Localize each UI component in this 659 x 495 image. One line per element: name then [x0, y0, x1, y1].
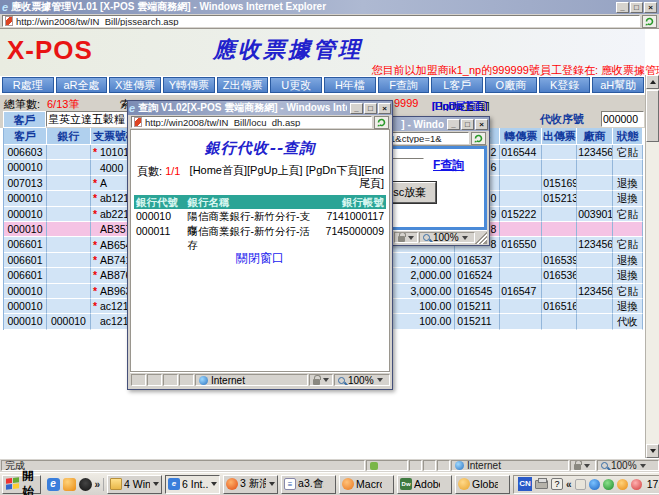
close-window-link[interactable]: 關閉窗口 — [236, 251, 284, 265]
close-button[interactable]: × — [644, 2, 657, 13]
taskbar-app-button[interactable]: Adobe ... — [397, 475, 452, 494]
taskbar-app-button[interactable]: Global... — [455, 475, 510, 494]
tray-app-icon[interactable] — [603, 479, 614, 490]
bank-row[interactable]: 000010 陽信商業銀行-新竹分行-支存 7141000117 — [134, 209, 386, 224]
quicklaunch-more-chevron[interactable]: » — [95, 479, 101, 490]
menu-button[interactable]: O廠商 — [485, 77, 537, 93]
taskbar-clock[interactable]: 17:22 — [645, 478, 659, 490]
popup-status-bar: Internet 100% — [130, 372, 390, 387]
scroll-up-button[interactable] — [646, 75, 659, 89]
popup-url: http://win2008/tw/IN_Bill/locu_dh.asp — [145, 117, 300, 128]
protected-mode-pane[interactable] — [394, 232, 418, 243]
scroll-down-button[interactable] — [646, 444, 659, 458]
popup-title-bar[interactable]: e 查詢 V1.02[X-POS 雲端商務網] - Windows Intern… — [128, 101, 392, 115]
security-zone-pane: Internet — [195, 374, 308, 386]
protected-mode-pane[interactable] — [570, 460, 596, 471]
menu-button[interactable]: H年檔 — [324, 77, 376, 93]
bank-col-code: 銀行代號 — [134, 195, 186, 209]
address-input[interactable]: http://win2008/tw/IN_Bill/pjssearch.asp — [2, 15, 640, 27]
maximize-button[interactable]: □ — [461, 119, 474, 130]
query-popup-window[interactable]: e 查詢 V1.02[X-POS 雲端商務網] - Windows Intern… — [127, 100, 393, 390]
cell-out-ticket — [542, 237, 577, 252]
tray-alert-icon[interactable] — [631, 479, 642, 490]
help-icon[interactable]: ? — [551, 478, 563, 490]
refresh-button[interactable] — [471, 132, 486, 145]
popup-pagination-nav[interactable]: [Home首頁][PgUp上頁] [PgDn下頁][End尾頁] — [180, 164, 384, 190]
chevron-down-icon — [462, 236, 468, 240]
cell-status — [613, 160, 643, 175]
lock-icon — [313, 379, 320, 385]
menu-button[interactable]: U更改 — [270, 77, 322, 93]
cell-out-ticket — [542, 284, 577, 299]
chevron-down-icon — [408, 236, 414, 240]
cell-in-ticket: 016537 — [455, 253, 500, 268]
taskbar-app-button[interactable]: 4 Win... — [107, 475, 162, 494]
browser-title-bar[interactable]: e 應收票據管理V1.01 [X-POS 雲端商務網] - Windows In… — [0, 0, 659, 14]
taskbar-app-button[interactable]: Macrom... — [339, 475, 394, 494]
minimize-button[interactable]: _ — [350, 103, 363, 114]
menu-button[interactable]: Y轉傳票 — [163, 77, 215, 93]
tray-messenger-icon[interactable] — [589, 479, 600, 490]
start-button[interactable]: 開始 — [2, 475, 41, 494]
minimize-button[interactable]: _ — [447, 119, 460, 130]
bank-code: 000010 — [134, 209, 186, 224]
taskbar-app-button[interactable]: 6 Int... — [165, 475, 220, 494]
resize-grip[interactable] — [475, 231, 487, 244]
cell-trans-ticket: 016547 — [500, 284, 542, 299]
menu-button[interactable]: aR全處 — [56, 77, 108, 93]
asterisk-flag: * — [93, 253, 100, 267]
menu-button[interactable]: K登錄 — [539, 77, 591, 93]
zoom-control[interactable]: 100% — [597, 460, 659, 471]
status-pane — [147, 374, 162, 386]
language-indicator[interactable]: CN — [518, 477, 532, 491]
scrollbar-thumb[interactable] — [646, 90, 659, 142]
cell-bank — [47, 299, 91, 314]
bank-name: 陽信商業銀行-新竹分行-支存 — [186, 209, 321, 224]
menu-button[interactable]: L客戶 — [431, 77, 483, 93]
lock-icon — [574, 464, 581, 470]
scroll-down-icon — [650, 449, 656, 453]
menu-button[interactable]: X進傳票 — [109, 77, 161, 93]
f-search-link[interactable]: F查詢 — [433, 157, 464, 174]
taskbar-app-button[interactable]: 3 新浪UC — [223, 475, 278, 494]
menu-button[interactable]: R處理 — [2, 77, 54, 93]
menu-button[interactable]: F查詢 — [378, 77, 430, 93]
printer-icon[interactable] — [535, 480, 548, 489]
group-chevron-icon — [211, 482, 217, 486]
col-header-customer: 客戶 — [4, 128, 47, 145]
ie-quicklaunch-icon[interactable]: e — [47, 478, 60, 491]
maximize-button[interactable]: □ — [364, 103, 377, 114]
cell-status: 退換 — [613, 268, 643, 283]
app-icon — [342, 478, 354, 490]
tray-more-chevron[interactable]: « — [566, 479, 572, 490]
qq-quicklaunch-icon[interactable] — [63, 478, 76, 491]
vertical-scrollbar[interactable] — [645, 75, 659, 458]
close-button[interactable]: × — [475, 119, 488, 130]
popup-address[interactable]: http://win2008/tw/IN_Bill/locu_dh.asp — [131, 116, 372, 128]
minimize-button[interactable]: _ — [616, 2, 629, 13]
quick-launch: e » — [44, 478, 105, 491]
zoom-value: 100% — [611, 460, 637, 471]
scroll-up-icon — [650, 80, 656, 84]
zone-label: Internet — [467, 460, 501, 471]
bank-table-body: 000010 陽信商業銀行-新竹分行-支存 7141000117 000011 … — [134, 209, 386, 239]
menu-button[interactable]: aH幫助 — [592, 77, 644, 93]
page-favicon-icon — [5, 16, 13, 26]
bank-row[interactable]: 000011 陽信商業銀行-新竹分行-活存 7145000009 — [134, 224, 386, 239]
tray-notes-icon[interactable] — [575, 479, 586, 490]
refresh-button[interactable] — [642, 15, 657, 28]
collection-serial-input[interactable] — [601, 111, 644, 127]
cell-bank — [47, 268, 91, 283]
cell-customer: 000010 — [4, 191, 47, 206]
tray-qq-icon[interactable] — [617, 479, 628, 490]
zoom-control[interactable]: 100% — [419, 232, 475, 243]
penguin-quicklaunch-icon[interactable] — [79, 478, 92, 491]
cell-bank — [47, 222, 91, 237]
close-button[interactable]: × — [378, 103, 391, 114]
taskbar-app-button[interactable]: a3.會... — [281, 475, 336, 494]
refresh-button[interactable] — [374, 116, 389, 129]
zoom-control[interactable]: 100% — [334, 374, 390, 386]
protected-mode-pane[interactable] — [309, 374, 333, 386]
maximize-button[interactable]: □ — [630, 2, 643, 13]
menu-button[interactable]: Z出傳票 — [217, 77, 269, 93]
